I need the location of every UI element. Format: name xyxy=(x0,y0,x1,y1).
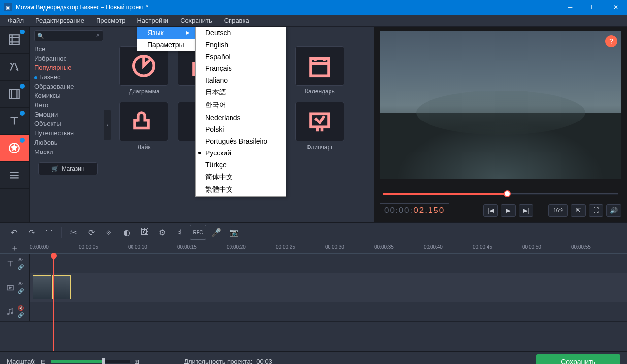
title-track[interactable]: 👁🔗 xyxy=(0,254,627,273)
video-clip[interactable] xyxy=(33,275,51,299)
more-tab[interactable] xyxy=(0,162,29,189)
category-item[interactable]: Лето xyxy=(34,100,103,110)
color-button[interactable]: ◐ xyxy=(119,225,134,240)
close-button[interactable]: ✕ xyxy=(604,0,627,15)
language-option[interactable]: Deutsch xyxy=(196,27,286,39)
category-item[interactable]: Избранное xyxy=(34,54,103,63)
rotate-button[interactable]: ⟳ xyxy=(83,225,99,240)
language-option[interactable]: Português Brasileiro xyxy=(196,135,286,147)
zoom-out-icon[interactable]: ⊟ xyxy=(41,358,46,364)
category-item[interactable]: Все xyxy=(34,44,103,54)
ruler-tick: 00:00:20 xyxy=(227,242,276,253)
visibility-icon[interactable]: 👁 xyxy=(18,257,24,263)
timeline: ＋ 00:00:0000:00:0500:00:1000:00:1500:00:… xyxy=(0,242,627,351)
help-button[interactable]: ? xyxy=(605,35,617,47)
camera-button[interactable]: 📷 xyxy=(226,225,242,240)
parameters-menu-item[interactable]: Параметры xyxy=(137,39,195,51)
crop-button[interactable]: ⟐ xyxy=(101,225,117,240)
language-option[interactable]: Polski xyxy=(196,123,286,135)
ruler-tick: 00:00:45 xyxy=(473,242,522,253)
main-area: 🔍 ✕ ВсеИзбранноеПопулярныеБизнесОбразова… xyxy=(0,27,627,222)
language-option[interactable]: Français xyxy=(196,62,286,74)
language-menu-item[interactable]: Язык▶ xyxy=(137,27,195,39)
language-option[interactable]: 한국어 xyxy=(196,99,286,112)
mic-button[interactable]: 🎤 xyxy=(208,225,224,240)
preview-controls: 00:00:02.150 |◀ ▶ ▶| 16:9 ⇱ ⛶ 🔊 xyxy=(380,203,621,217)
zoom-slider[interactable] xyxy=(51,360,130,363)
video-track[interactable]: 👁🔗 xyxy=(0,273,627,302)
menu-settings[interactable]: Настройки xyxy=(131,16,174,25)
cut-button[interactable]: ✂ xyxy=(66,225,81,240)
category-item[interactable]: Путешествия xyxy=(34,128,103,138)
category-item[interactable]: Объекты xyxy=(34,119,103,128)
gear-button[interactable]: ⚙ xyxy=(154,225,170,240)
play-button[interactable]: ▶ xyxy=(501,204,516,217)
category-item[interactable]: Эмоции xyxy=(34,110,103,119)
delete-button[interactable]: 🗑 xyxy=(41,225,57,240)
effects-tab[interactable] xyxy=(0,54,29,81)
language-option[interactable]: Nederlands xyxy=(196,112,286,123)
language-option[interactable]: 繁體中文 xyxy=(196,183,286,196)
add-track-button[interactable]: ＋ xyxy=(0,242,30,254)
shop-button[interactable]: 🛒 Магазин xyxy=(38,162,98,175)
fullscreen-button[interactable]: ⛶ xyxy=(589,204,603,217)
collapse-sidebar-button[interactable]: ‹ xyxy=(104,110,111,140)
menu-view[interactable]: Просмотр xyxy=(90,16,131,25)
menu-file[interactable]: Файл xyxy=(2,16,30,25)
image-button[interactable]: 🖼 xyxy=(136,225,152,240)
undo-button[interactable]: ↶ xyxy=(6,225,22,240)
category-item[interactable]: Образование xyxy=(34,82,103,91)
minimize-button[interactable]: ─ xyxy=(559,0,582,15)
clear-search-icon[interactable]: ✕ xyxy=(96,32,100,39)
maximize-button[interactable]: ☐ xyxy=(582,0,604,15)
prev-frame-button[interactable]: |◀ xyxy=(483,204,498,217)
zoom-in-icon[interactable]: ⊞ xyxy=(134,358,139,364)
category-item[interactable]: Любовь xyxy=(34,138,103,147)
record-button[interactable]: REC xyxy=(190,225,206,240)
playhead[interactable] xyxy=(53,254,54,351)
template-item[interactable]: Лайк xyxy=(116,102,172,151)
media-tab[interactable] xyxy=(0,27,29,54)
mute-icon[interactable]: 🔇 xyxy=(18,305,24,311)
template-item[interactable]: Флипчарт xyxy=(292,102,348,151)
category-item[interactable]: Комиксы xyxy=(34,91,103,100)
language-option[interactable]: Türkçe xyxy=(196,159,286,171)
language-option[interactable]: Русский xyxy=(196,147,286,159)
template-item[interactable]: Диаграмма xyxy=(116,46,172,95)
transitions-tab[interactable] xyxy=(0,81,29,108)
scrubber-handle[interactable] xyxy=(504,190,511,197)
preview-scrubber[interactable] xyxy=(383,191,618,197)
preview-video[interactable] xyxy=(380,31,621,179)
visibility-icon[interactable]: 👁 xyxy=(18,281,24,287)
menu-edit[interactable]: Редактирование xyxy=(30,16,90,25)
svg-rect-0 xyxy=(10,35,20,45)
notification-dot-icon xyxy=(20,30,25,34)
lock-icon[interactable]: 🔗 xyxy=(18,312,24,318)
save-button[interactable]: Сохранить xyxy=(536,354,620,364)
stickers-tab[interactable] xyxy=(0,135,29,162)
language-option[interactable]: 简体中文 xyxy=(196,171,286,183)
category-item[interactable]: Маски xyxy=(34,147,103,156)
redo-button[interactable]: ↷ xyxy=(24,225,39,240)
language-option[interactable]: English xyxy=(196,39,286,51)
next-frame-button[interactable]: ▶| xyxy=(519,204,533,217)
timeline-ruler[interactable]: ＋ 00:00:0000:00:0500:00:1000:00:1500:00:… xyxy=(0,242,627,254)
menu-save[interactable]: Сохранить xyxy=(174,16,218,25)
language-option[interactable]: 日本語 xyxy=(196,86,286,99)
lock-icon[interactable]: 🔗 xyxy=(18,264,24,270)
volume-button[interactable]: 🔊 xyxy=(606,204,621,217)
equalizer-button[interactable]: ♯ xyxy=(172,225,188,240)
titles-tab[interactable] xyxy=(0,108,29,135)
audio-track[interactable]: 🔇🔗 xyxy=(0,302,627,322)
category-item[interactable]: Популярные xyxy=(34,63,103,72)
search-input[interactable] xyxy=(34,30,103,41)
detach-button[interactable]: ⇱ xyxy=(571,204,586,217)
video-clip[interactable] xyxy=(52,275,71,299)
aspect-ratio-button[interactable]: 16:9 xyxy=(548,204,568,217)
language-option[interactable]: Español xyxy=(196,51,286,62)
template-item[interactable]: Календарь xyxy=(292,46,348,95)
lock-icon[interactable]: 🔗 xyxy=(18,288,24,294)
category-item[interactable]: Бизнес xyxy=(34,72,103,82)
menu-help[interactable]: Справка xyxy=(218,16,255,25)
language-option[interactable]: Italiano xyxy=(196,74,286,86)
